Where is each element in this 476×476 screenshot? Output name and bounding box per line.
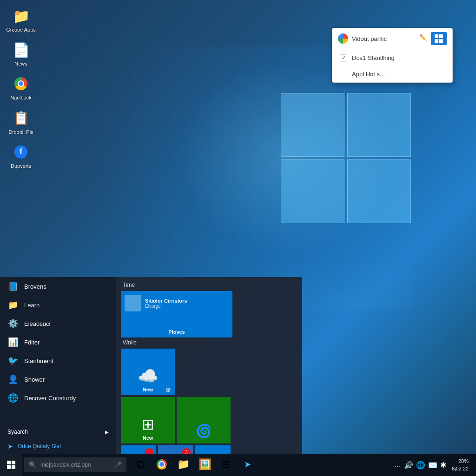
- context-menu: Vidout parflic ✏️ ✓ Dos1 Stantlhing Appl…: [332, 28, 453, 83]
- context-item-dos1[interactable]: ✓ Dos1 Stantlhing: [332, 49, 452, 66]
- learn-icon: 📁: [7, 299, 19, 311]
- tray-mail-icon[interactable]: ✉️: [428, 461, 437, 469]
- start-app-stanhment[interactable]: 🐦 Stanhment: [0, 351, 116, 370]
- tray-network-icon[interactable]: 🌐: [416, 461, 425, 469]
- tile-dlips[interactable]: 3 📋 Dlips: [158, 445, 193, 454]
- time-tiles-row: Sitiolor Cirristors Elverge Ploves: [121, 291, 298, 337]
- start-menu-right: Time Sitiolor Cirristors Elverge Ploves: [116, 277, 302, 454]
- wnile-section-label: Wnile: [121, 339, 298, 346]
- wnile-tiles-row: ☁️ ⊕ New: [121, 349, 298, 395]
- desktop-icon-drcool[interactable]: 📋 Drcool: Pis: [2, 107, 40, 137]
- start-app-fditer[interactable]: 📊 Fditer: [0, 333, 116, 351]
- start-app-brovens[interactable]: 📘 Brovens: [0, 277, 116, 296]
- decover-label: Decover Consturdy: [24, 395, 76, 402]
- fditer-label: Fditer: [24, 339, 40, 346]
- tile-sitiolor-app-icon: [125, 295, 141, 311]
- desktop-icon-dupvorts[interactable]: f Dupvorts: [2, 141, 40, 171]
- naclbock-icon: [12, 74, 30, 93]
- start-app-eleaosucr[interactable]: ⚙️ Eleaosucr: [0, 314, 116, 333]
- extra-green-icon: 🌀: [196, 423, 212, 439]
- taskbar-store[interactable]: ⊞: [216, 455, 236, 475]
- start-app-decover[interactable]: 🌐 Decover Consturdy: [0, 389, 116, 407]
- drcool-icon: 📋: [12, 109, 30, 127]
- start-syaarch[interactable]: Syaarch ▶: [0, 425, 116, 439]
- tile-sitiolor-title: Sitiolor Cirristors: [145, 298, 187, 304]
- grid-icon: ⊞: [142, 416, 154, 433]
- tile-cloud[interactable]: ☁️ ⊕ New: [121, 349, 175, 395]
- tray-volume-icon[interactable]: 🔊: [404, 461, 413, 469]
- taskbar-photos[interactable]: 🖼️: [194, 455, 215, 475]
- arrow-taskbar-icon: ➤: [244, 459, 251, 469]
- taskbar: 🔍 🎤 ⧉ 📁 🖼️ ⊞ ➤: [0, 454, 476, 476]
- plus-icon: ⊕: [165, 386, 171, 393]
- tray-clock: 6j02:22: [452, 465, 469, 473]
- tray-dots-icon[interactable]: …: [394, 461, 401, 469]
- appl-label: Appl Hot s...: [352, 71, 385, 78]
- tray-time[interactable]: 28% 6j02:22: [448, 457, 472, 473]
- dupvorts-label: Dupvorts: [11, 163, 31, 169]
- taskbar-app-list: ⧉ 📁 🖼️ ⊞ ➤: [130, 455, 258, 475]
- desktop-icon-groope-apps[interactable]: 📁 Grcooe Apps: [2, 5, 40, 35]
- windows-logo-desktop: [281, 93, 430, 242]
- search-icon: 🔍: [29, 461, 37, 469]
- start-odce[interactable]: ➤ Odce Quitaly Slaf: [0, 439, 116, 454]
- tile-grid[interactable]: ⊞ New: [121, 397, 175, 443]
- news-icon: 📄: [12, 40, 30, 59]
- start-app-list: 📘 Brovens 📁 Learn ⚙️ Eleaosucr 📊 Fditer …: [0, 277, 116, 425]
- start-app-learn[interactable]: 📁 Learn: [0, 296, 116, 314]
- eleaosucr-icon: ⚙️: [7, 318, 19, 329]
- context-menu-title: Vidout parflic: [352, 35, 414, 42]
- tile-sitiolor-content: Sitiolor Cirristors Elverge: [125, 295, 229, 311]
- tray-battery: 28%: [458, 457, 469, 465]
- dos1-checkbox[interactable]: ✓: [340, 54, 347, 61]
- dlips-badge: 3: [182, 448, 191, 454]
- tray-icons: … 🔊 🌐 ✉️ ✱: [394, 461, 446, 469]
- start-app-shower[interactable]: 👤 Shower: [0, 370, 116, 389]
- shower-icon: 👤: [7, 374, 19, 385]
- explorer-icon: 📁: [177, 458, 190, 470]
- time-section-label: Time: [121, 282, 298, 288]
- desktop: 📁 Grcooe Apps 📄 News Naclbock 📋 Drcool: …: [0, 0, 476, 476]
- decover-icon: 🌐: [7, 392, 19, 403]
- mic-icon: 🎤: [114, 461, 122, 469]
- tile-comifent[interactable]: ↻ Comifent: [195, 445, 231, 454]
- tile-sants[interactable]: ✉️ Sants: [121, 445, 156, 454]
- tile-sitiolor[interactable]: Sitiolor Cirristors Elverge Ploves: [121, 291, 232, 337]
- stanhment-label: Stanhment: [24, 357, 53, 364]
- context-edit-icon[interactable]: ✏️: [418, 32, 428, 42]
- stanhment-icon: 🐦: [7, 355, 19, 366]
- odce-arrow-icon: ➤: [7, 443, 13, 450]
- brovens-label: Brovens: [24, 283, 46, 290]
- taskbar-search-input[interactable]: [40, 462, 110, 468]
- medium-tiles-row: ⊞ New 🌀: [121, 397, 298, 443]
- context-item-appl[interactable]: Appl Hot s...: [332, 66, 452, 82]
- taskbar-search-box[interactable]: 🔍 🎤: [24, 457, 126, 472]
- start-menu: 📘 Brovens 📁 Learn ⚙️ Eleaosucr 📊 Fditer …: [0, 277, 302, 454]
- taskbar-arrow[interactable]: ➤: [237, 455, 258, 475]
- task-view-icon: ⧉: [137, 458, 144, 470]
- taskbar-explorer[interactable]: 📁: [173, 455, 193, 475]
- fditer-icon: 📊: [7, 337, 19, 348]
- tile-grid-label: New: [143, 435, 153, 441]
- store-icon: ⊞: [222, 458, 230, 470]
- drcool-label: Drcool: Pis: [8, 129, 33, 135]
- tile-extra-green[interactable]: 🌀: [177, 397, 231, 443]
- tile-cloud-label: New: [143, 387, 153, 392]
- desktop-icon-news[interactable]: 📄 News: [2, 39, 40, 69]
- start-button[interactable]: [0, 454, 22, 476]
- desktop-icon-naclbock[interactable]: Naclbock: [2, 73, 40, 103]
- groope-apps-label: Grcooe Apps: [6, 27, 36, 33]
- syaarch-label: Syaarch: [7, 429, 28, 435]
- eleaosucr-label: Eleaosucr: [24, 320, 51, 327]
- taskbar-chrome[interactable]: [152, 455, 172, 475]
- cloud-icon: ☁️: [138, 366, 159, 386]
- context-menu-header: Vidout parflic ✏️: [332, 28, 452, 49]
- photos-icon: 🖼️: [198, 458, 211, 470]
- tray-star-icon[interactable]: ✱: [440, 461, 446, 469]
- context-win-icon[interactable]: [431, 32, 447, 45]
- groope-apps-icon: 📁: [12, 7, 30, 25]
- dupvorts-icon: f: [12, 143, 30, 161]
- context-chrome-icon: [338, 33, 348, 44]
- taskbar-task-view[interactable]: ⧉: [130, 455, 151, 475]
- windows-start-icon: [7, 461, 15, 469]
